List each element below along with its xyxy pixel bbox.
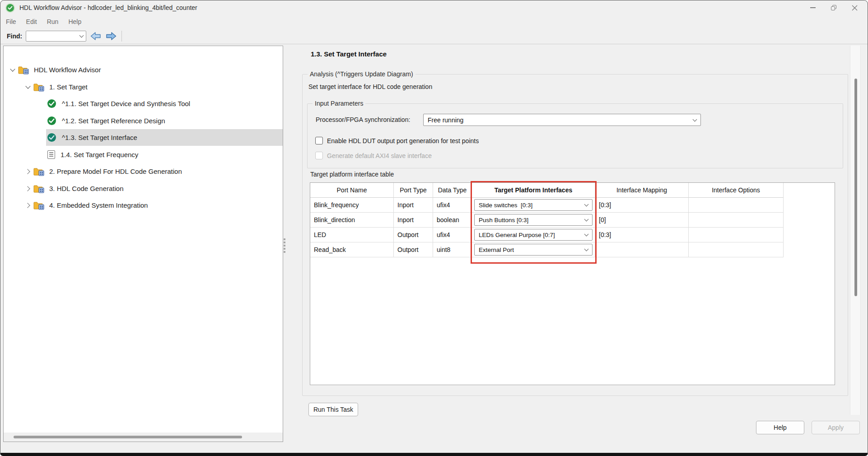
minimize-button[interactable] [803, 0, 823, 15]
close-icon [852, 5, 858, 11]
cell-interface-options[interactable] [689, 213, 784, 228]
content-vertical-scrollbar[interactable] [850, 46, 861, 415]
tree-horizontal-scrollbar[interactable] [4, 433, 283, 442]
find-next-button[interactable] [105, 31, 117, 42]
sync-dropdown[interactable]: Free running [423, 114, 701, 126]
task-description: Set target interface for HDL code genera… [308, 83, 432, 90]
tree-item-set-target-reference-design[interactable]: ^1.2. Set Target Reference Design [4, 112, 283, 129]
tree-item-embedded-system-integration[interactable]: 4. Embedded System Integration [4, 197, 283, 214]
axi4-checkbox-row: Generate default AXI4 slave interface [315, 152, 432, 159]
find-toolbar: Find: [0, 28, 868, 44]
cell-interface-mapping[interactable]: [0] [595, 213, 689, 228]
menu-bar: File Edit Run Help [0, 15, 868, 28]
cell-data-type: ufix4 [433, 198, 472, 213]
table-header-row: Port Name Port Type Data Type Target Pla… [310, 183, 835, 198]
task-folder-icon [18, 65, 30, 75]
cell-port-name: Blink_frequency [310, 198, 394, 213]
menu-help[interactable]: Help [68, 18, 81, 25]
interface-dropdown[interactable]: Push Buttons [0:3] [474, 214, 593, 226]
tree-item-set-target-device[interactable]: ^1.1. Set Target Device and Synthesis To… [4, 95, 283, 112]
cell-port-type: Inport [394, 213, 433, 228]
check-passed-icon [47, 133, 56, 142]
scrollbar-thumb[interactable] [854, 79, 857, 296]
cell-interface-mapping[interactable]: [0:3] [595, 228, 689, 242]
apply-button: Apply [812, 421, 860, 434]
find-label: Find: [7, 33, 22, 40]
tree-item-hdl-workflow-advisor[interactable]: HDL Workflow Advisor [4, 61, 283, 78]
header-port-type: Port Type [394, 183, 433, 198]
tree-item-label: 3. HDL Code Generation [49, 185, 124, 192]
cell-port-name: Blink_direction [310, 213, 394, 228]
check-passed-icon [47, 116, 56, 126]
sync-label: Processor/FPGA synchronization: [316, 116, 410, 123]
menu-run[interactable]: Run [47, 18, 59, 25]
cell-port-name: LED [310, 228, 394, 242]
chevron-right-icon[interactable] [23, 170, 33, 173]
chevron-down-icon[interactable] [23, 86, 33, 88]
tree-item-set-target[interactable]: 1. Set Target [4, 79, 283, 95]
table-row: Blink_frequency Inport ufix4 Slide switc… [310, 198, 835, 213]
header-interface-mapping: Interface Mapping [595, 183, 689, 198]
tree-item-hdl-code-generation[interactable]: 3. HDL Code Generation [4, 180, 283, 197]
cell-interface-options[interactable] [689, 198, 784, 213]
tree-item-set-target-frequency[interactable]: 1.4. Set Target Frequency [4, 146, 283, 163]
panel-splitter-handle[interactable] [284, 238, 286, 266]
tree-item-label: 2. Prepare Model For HDL Code Generation [49, 168, 182, 175]
interface-table-label: Target platform interface table [310, 171, 394, 178]
chevron-down-icon [584, 247, 589, 251]
header-data-type: Data Type [433, 183, 472, 198]
interface-dropdown[interactable]: Slide switches [0:3] [474, 199, 593, 211]
tree-item-label: 1.4. Set Target Frequency [61, 151, 138, 158]
find-previous-button[interactable] [90, 31, 102, 42]
header-port-name: Port Name [310, 183, 394, 198]
minimize-icon [810, 7, 816, 8]
header-interface-options: Interface Options [689, 183, 784, 198]
task-folder-icon [33, 82, 45, 92]
arrow-right-icon [106, 32, 117, 41]
tree-item-label: 1. Set Target [49, 83, 88, 91]
cell-interface-options[interactable] [689, 242, 784, 257]
interface-dropdown-value: External Port [479, 247, 514, 253]
menu-file[interactable]: File [6, 18, 16, 25]
scrollbar-thumb[interactable] [14, 436, 242, 438]
cell-interface-mapping[interactable]: [0:3] [595, 198, 689, 213]
toolbar-separator [121, 31, 122, 42]
cell-port-type: Outport [394, 242, 433, 257]
find-input[interactable] [26, 31, 86, 42]
tree-item-label: ^1.2. Set Target Reference Design [62, 117, 165, 125]
tree-item-prepare-model[interactable]: 2. Prepare Model For HDL Code Generation [4, 163, 283, 180]
help-button[interactable]: Help [756, 421, 804, 434]
chevron-down-icon [693, 117, 697, 121]
axi4-checkbox-label: Generate default AXI4 slave interface [327, 152, 432, 159]
workflow-tree-panel: HDL Workflow Advisor 1. Set Target ^1.1.… [3, 46, 283, 442]
run-this-task-button[interactable]: Run This Task [308, 403, 358, 416]
chevron-right-icon[interactable] [23, 187, 33, 191]
test-points-checkbox-row: Enable HDL DUT output port generation fo… [315, 137, 479, 144]
chevron-right-icon[interactable] [23, 204, 33, 207]
cell-interface: Push Buttons [0:3] [472, 213, 595, 228]
restore-button[interactable] [823, 0, 844, 15]
menu-edit[interactable]: Edit [26, 18, 37, 25]
interface-dropdown-value: LEDs General Purpose [0:7] [479, 232, 555, 238]
tree-item-label: HDL Workflow Advisor [34, 66, 101, 74]
cell-interface-mapping[interactable] [595, 242, 689, 257]
tree-item-label: ^1.1. Set Target Device and Synthesis To… [62, 100, 190, 107]
test-points-checkbox[interactable] [315, 137, 323, 144]
interface-dropdown-value: Slide switches [0:3] [479, 202, 532, 209]
task-document-icon [47, 150, 55, 159]
app-check-icon [6, 4, 14, 12]
tree-item-set-target-interface[interactable]: ^1.3. Set Target Interface [4, 129, 283, 146]
interface-dropdown[interactable]: External Port [474, 244, 593, 256]
analysis-legend: Analysis (^Triggers Update Diagram) [308, 70, 415, 78]
task-folder-icon [33, 184, 45, 194]
table-row: Read_back Outport uint8 External Port [310, 242, 835, 257]
interface-dropdown[interactable]: LEDs General Purpose [0:7] [474, 229, 593, 241]
close-button[interactable] [844, 0, 865, 15]
chevron-down-icon [584, 202, 589, 207]
chevron-down-icon[interactable] [7, 69, 18, 71]
chevron-down-icon [79, 33, 84, 38]
task-title: 1.3. Set Target Interface [311, 50, 387, 58]
table-row: Blink_direction Inport boolean Push Butt… [310, 213, 835, 228]
cell-interface-options[interactable] [689, 228, 784, 242]
tree-item-label: 4. Embedded System Integration [49, 201, 148, 209]
